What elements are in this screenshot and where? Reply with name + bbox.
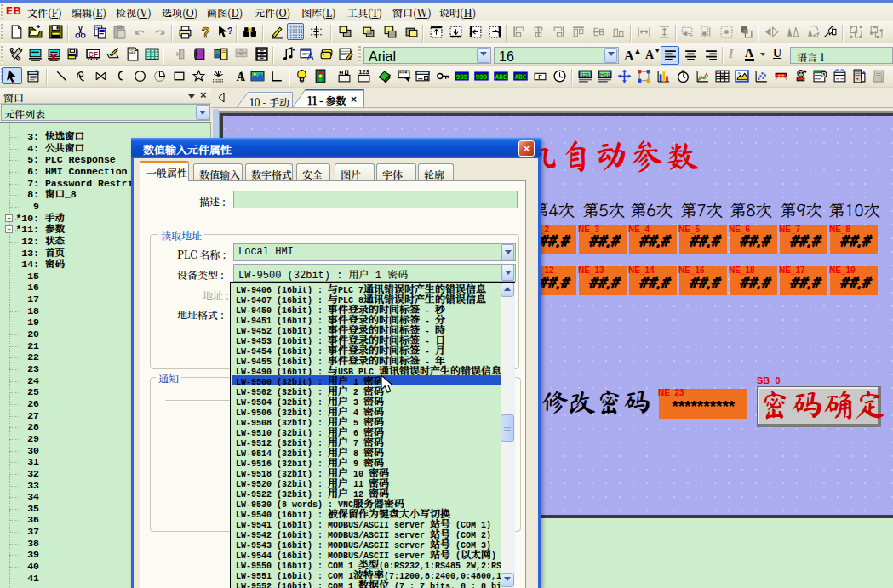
svg-text:ABC: ABC [495,72,506,80]
svg-text:999: 999 [475,72,486,80]
svg-text:999: 999 [455,72,467,80]
svg-text:CF: CF [88,49,97,58]
svg-text:·F·: ·F· [535,72,543,80]
svg-text:A: A [236,69,245,83]
svg-text:123: 123 [358,69,369,76]
svg-text:H:01: H:01 [599,71,609,77]
svg-text:123: 123 [581,71,589,77]
svg-text:?: ? [226,25,231,36]
svg-text:ABC: ABC [514,72,525,80]
svg-text:?: ? [201,25,209,38]
